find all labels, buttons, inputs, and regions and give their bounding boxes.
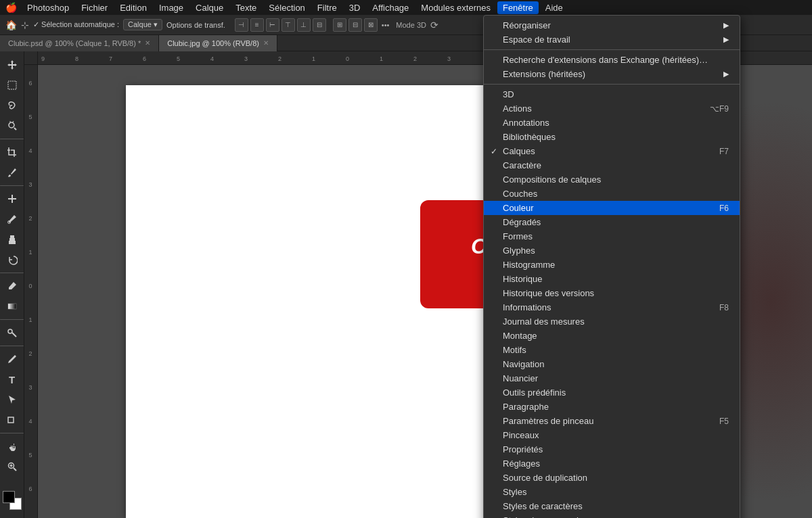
align-right[interactable]: ⊢ xyxy=(266,18,279,32)
menu-informations[interactable]: Informations F8 xyxy=(484,300,740,314)
menu-calques[interactable]: ✓ Calques F7 xyxy=(484,144,740,158)
menu-reglages[interactable]: Réglages xyxy=(484,456,740,471)
apple-menu[interactable]: 🍎 xyxy=(5,2,16,13)
menu-extensions-heritees[interactable]: Extensions (héritées) ▶ xyxy=(484,67,740,81)
journal-mesures-label: Journal des mesures xyxy=(503,316,585,327)
menu-couleur[interactable]: Couleur F6 xyxy=(484,201,740,215)
menu-image[interactable]: Image xyxy=(154,1,189,14)
menu-aide[interactable]: Aide xyxy=(540,1,568,14)
annotations-label: Annotations xyxy=(503,118,549,128)
tab-close-psd[interactable]: ✕ xyxy=(145,39,150,47)
menu-texte[interactable]: Texte xyxy=(230,1,262,14)
tab-close-jpg[interactable]: ✕ xyxy=(263,39,269,47)
healing-tool[interactable] xyxy=(3,189,22,208)
align-center-h[interactable]: ≡ xyxy=(250,18,264,32)
align-middle-v[interactable]: ⊥ xyxy=(297,18,311,32)
quick-selection-tool[interactable] xyxy=(3,116,22,135)
menu-styles-caracteres[interactable]: Styles de caractères xyxy=(484,499,740,513)
calque-dropdown[interactable]: Calque ▾ xyxy=(123,19,162,30)
menu-modules[interactable]: Modules externes xyxy=(415,1,496,14)
menu-couches[interactable]: Couches xyxy=(484,187,740,201)
calques-label: Calques xyxy=(503,146,535,156)
couleur-shortcut: F6 xyxy=(719,204,729,213)
separator-2 xyxy=(0,185,24,186)
menu-glyphes[interactable]: Glyphes xyxy=(484,243,740,258)
menu-paragraphe[interactable]: Paragraphe xyxy=(484,400,740,414)
menu-montage[interactable]: Montage xyxy=(484,329,740,343)
gradient-tool[interactable] xyxy=(3,297,22,316)
menu-annotations[interactable]: Annotations xyxy=(484,116,740,130)
hand-tool[interactable] xyxy=(3,437,22,456)
menu-styles-paragraphes[interactable]: Styles de paragraphes xyxy=(484,513,740,518)
history-brush-tool[interactable] xyxy=(3,250,22,269)
styles-caracteres-label: Styles de caractères xyxy=(503,501,583,511)
menu-pinceaux[interactable]: Pinceaux xyxy=(484,428,740,442)
menu-filtre[interactable]: Filtre xyxy=(312,1,342,14)
move-tool-option[interactable]: ⊹ xyxy=(21,20,29,30)
crop-tool[interactable] xyxy=(3,143,22,162)
color-swatch-container[interactable] xyxy=(3,491,22,510)
tab-clubic-psd[interactable]: Clubic.psd @ 100% (Calque 1, RVB/8) * ✕ xyxy=(0,35,159,51)
menu-recherche-extensions[interactable]: Recherche d'extensions dans Exchange (hé… xyxy=(484,53,740,67)
eraser-tool[interactable] xyxy=(3,277,22,296)
zoom-tool[interactable] xyxy=(3,457,22,476)
3d-rotate-icon[interactable]: ⟳ xyxy=(430,20,438,30)
menu-proprietes[interactable]: Propriétés xyxy=(484,442,740,456)
menu-historique[interactable]: Historique xyxy=(484,272,740,286)
menu-nuancier[interactable]: Nuancier xyxy=(484,371,740,385)
menu-journal-mesures[interactable]: Journal des mesures xyxy=(484,314,740,329)
menu-3d[interactable]: 3D xyxy=(484,87,740,101)
type-tool[interactable]: T xyxy=(3,370,22,389)
menu-motifs[interactable]: Motifs xyxy=(484,343,740,357)
menu-compositions-calques[interactable]: Compositions de calques xyxy=(484,172,740,187)
menu-historique-versions[interactable]: Historique des versions xyxy=(484,286,740,300)
menu-selection[interactable]: Sélection xyxy=(263,1,310,14)
menu-styles[interactable]: Styles xyxy=(484,485,740,499)
menu-3d[interactable]: 3D xyxy=(344,1,366,14)
more-options[interactable]: ••• xyxy=(382,21,390,29)
pen-tool[interactable] xyxy=(3,350,22,369)
align-top[interactable]: ⊤ xyxy=(281,18,295,32)
menu-histogramme[interactable]: Histogramme xyxy=(484,258,740,272)
menu-formes[interactable]: Formes xyxy=(484,229,740,243)
menu-actions[interactable]: Actions ⌥F9 xyxy=(484,101,740,116)
svg-line-14 xyxy=(14,468,16,471)
shape-tool[interactable] xyxy=(3,410,22,429)
svg-text:1: 1 xyxy=(380,55,383,62)
couches-label: Couches xyxy=(503,189,537,199)
distribute-3[interactable]: ⊠ xyxy=(364,18,378,32)
lasso-tool[interactable] xyxy=(3,96,22,115)
menu-caractere[interactable]: Caractère xyxy=(484,158,740,172)
foreground-color-swatch[interactable] xyxy=(3,491,15,503)
menu-source-duplication[interactable]: Source de duplication xyxy=(484,471,740,485)
menu-photoshop[interactable]: Photoshop xyxy=(22,1,74,14)
home-icon[interactable]: 🏠 xyxy=(5,20,17,30)
glyphes-label: Glyphes xyxy=(503,245,535,256)
menu-navigation[interactable]: Navigation xyxy=(484,357,740,371)
marquee-tool[interactable] xyxy=(3,76,22,95)
menu-outils-predefinis[interactable]: Outils prédéfinis xyxy=(484,385,740,400)
tab-clubic-jpg[interactable]: Clubic.jpg @ 100% (RVB/8) ✕ xyxy=(159,35,277,51)
stamp-tool[interactable] xyxy=(3,230,22,249)
align-bottom[interactable]: ⊟ xyxy=(313,18,326,32)
options-transf-checkbox[interactable]: Options de transf. xyxy=(166,21,225,29)
distribute-1[interactable]: ⊞ xyxy=(333,18,346,32)
align-left[interactable]: ⊣ xyxy=(235,18,248,32)
menu-fenetre[interactable]: Fenêtre xyxy=(497,1,539,14)
menu-reorganiser[interactable]: Réorganiser ▶ xyxy=(484,18,740,32)
menu-degrades[interactable]: Dégradés xyxy=(484,215,740,229)
menu-bibliotheques[interactable]: Bibliothèques xyxy=(484,130,740,144)
eyedropper-tool[interactable] xyxy=(3,163,22,182)
menu-parametres-pinceau[interactable]: Paramètres de pinceau F5 xyxy=(484,414,740,428)
menu-calque[interactable]: Calque xyxy=(190,1,229,14)
navigation-label: Navigation xyxy=(503,359,544,369)
brush-tool[interactable] xyxy=(3,210,22,229)
menu-espace-travail[interactable]: Espace de travail ▶ xyxy=(484,32,740,47)
distribute-2[interactable]: ⊟ xyxy=(348,18,362,32)
path-selection-tool[interactable] xyxy=(3,390,22,409)
menu-affichage[interactable]: Affichage xyxy=(367,1,414,14)
move-tool[interactable] xyxy=(3,55,22,74)
menu-fichier[interactable]: Fichier xyxy=(76,1,113,14)
menu-edition[interactable]: Edition xyxy=(114,1,152,14)
dodge-tool[interactable] xyxy=(3,323,22,342)
